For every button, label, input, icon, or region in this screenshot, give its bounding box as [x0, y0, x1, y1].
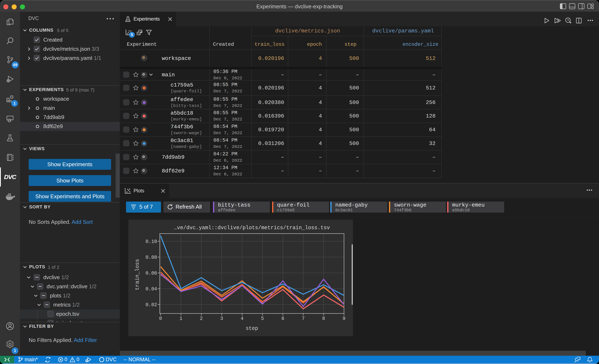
svg-text:0.10: 0.10: [146, 239, 157, 244]
svg-text:3: 3: [220, 316, 223, 321]
svg-text:…ve/dvc.yaml::dvclive/plots/me: …ve/dvc.yaml::dvclive/plots/metrics/trai…: [174, 225, 330, 231]
svg-text:7: 7: [302, 316, 305, 321]
svg-text:2: 2: [200, 316, 203, 321]
svg-text:4: 4: [241, 316, 244, 321]
svg-text:9: 9: [343, 316, 345, 321]
svg-text:0: 0: [159, 316, 162, 321]
svg-text:0.08: 0.08: [146, 255, 157, 260]
svg-text:0.02: 0.02: [146, 302, 157, 308]
svg-text:6: 6: [282, 316, 284, 321]
svg-text:1: 1: [179, 316, 182, 321]
svg-text:0.04: 0.04: [146, 286, 157, 292]
svg-text:5: 5: [261, 316, 264, 321]
svg-text:8: 8: [322, 316, 325, 321]
svg-text:train_loss: train_loss: [134, 259, 141, 290]
svg-text:step: step: [246, 326, 258, 332]
svg-text:0.06: 0.06: [146, 271, 157, 276]
